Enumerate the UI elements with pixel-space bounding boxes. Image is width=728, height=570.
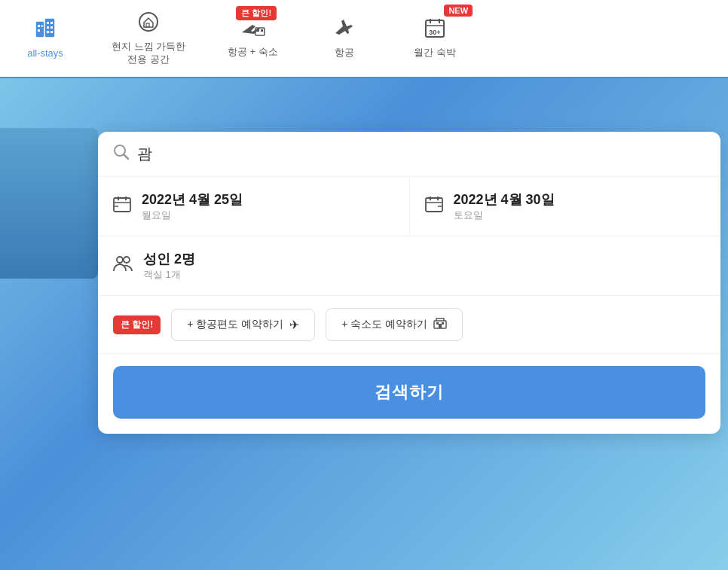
calendar-30-icon: 30+ xyxy=(424,17,446,42)
add-flight-label: + 항공편도 예약하기 xyxy=(187,318,283,331)
flight-btn-icon: ✈ xyxy=(289,318,299,332)
discount-badge: 큰 할인! xyxy=(236,6,277,20)
nav-label-flight: 항공 xyxy=(335,47,354,59)
nav-label-local-feel: 현지 느낌 가득한전용 공간 xyxy=(112,41,185,66)
flight-hotel-icon xyxy=(240,17,266,41)
date-row: 2022년 4월 25일 월요일 2022년 4월 30일 토요일 xyxy=(98,177,720,236)
checkin-box[interactable]: 2022년 4월 25일 월요일 xyxy=(98,177,410,236)
checkout-date: 2022년 4월 30일 xyxy=(454,191,555,209)
options-row: 큰 할인! + 항공편도 예약하기 ✈ + 숙소도 예약하기 xyxy=(98,296,720,354)
new-badge: NEW xyxy=(444,5,473,17)
checkin-day: 월요일 xyxy=(142,209,243,222)
svg-rect-9 xyxy=(47,31,49,33)
add-hotel-button[interactable]: + 숙소도 예약하기 xyxy=(326,308,463,341)
svg-line-22 xyxy=(124,155,129,160)
svg-rect-5 xyxy=(47,22,49,24)
nav-label-flight-hotel: 항공 + 숙소 xyxy=(228,46,278,59)
search-panel: 2022년 4월 25일 월요일 2022년 4월 30일 토요일 xyxy=(98,132,720,434)
checkout-info: 2022년 4월 30일 토요일 xyxy=(454,191,555,222)
options-discount-badge: 큰 할인! xyxy=(113,315,161,334)
svg-rect-2 xyxy=(38,25,40,27)
svg-rect-23 xyxy=(114,198,130,212)
svg-rect-3 xyxy=(38,29,40,32)
flight-icon xyxy=(333,17,356,42)
svg-rect-7 xyxy=(47,26,49,29)
home-icon xyxy=(137,11,160,36)
destination-input[interactable] xyxy=(137,145,705,163)
svg-rect-15 xyxy=(261,29,263,32)
nav-item-flight[interactable]: 항공 xyxy=(299,0,390,77)
guests-row[interactable]: 성인 2명 객실 1개 xyxy=(98,236,720,296)
checkin-date: 2022년 4월 25일 xyxy=(142,191,243,209)
svg-rect-1 xyxy=(45,19,54,37)
search-button[interactable]: 검색하기 xyxy=(113,366,705,419)
top-navigation: all-stays 현지 느낌 가득한전용 공간 큰 할인! 항공 + 숙소 xyxy=(0,0,728,78)
nav-item-flight-hotel[interactable]: 큰 할인! 항공 + 숙소 xyxy=(206,0,299,77)
guests-info: 성인 2명 객실 1개 xyxy=(143,250,195,282)
guests-adults: 성인 2명 xyxy=(143,250,195,268)
guests-rooms: 객실 1개 xyxy=(143,268,195,282)
svg-rect-14 xyxy=(257,29,259,32)
svg-rect-36 xyxy=(436,322,439,325)
add-flight-button[interactable]: + 항공편도 예약하기 ✈ xyxy=(171,309,315,341)
nav-label-monthly: 월간 숙박 xyxy=(414,47,456,59)
checkout-day: 토요일 xyxy=(454,209,555,222)
search-btn-row: 검색하기 xyxy=(98,354,720,434)
nav-label-all-stays: all-stays xyxy=(27,47,63,60)
svg-rect-38 xyxy=(439,324,442,328)
nav-item-local-feel[interactable]: 현지 느낌 가득한전용 공간 xyxy=(90,0,206,77)
svg-point-34 xyxy=(124,257,130,263)
checkin-icon xyxy=(113,196,131,217)
hotel-btn-icon xyxy=(433,317,447,332)
svg-rect-37 xyxy=(442,322,444,325)
svg-rect-4 xyxy=(41,25,43,27)
svg-rect-8 xyxy=(50,26,53,29)
guests-icon xyxy=(113,255,133,277)
svg-rect-10 xyxy=(50,31,53,33)
add-hotel-label: + 숙소도 예약하기 xyxy=(341,318,427,331)
checkout-icon xyxy=(425,196,443,217)
svg-rect-6 xyxy=(50,22,53,24)
svg-point-11 xyxy=(139,13,158,31)
svg-text:30+: 30+ xyxy=(429,29,440,36)
search-input-row xyxy=(98,132,720,177)
nav-item-all-stays[interactable]: all-stays xyxy=(0,0,90,78)
nav-item-monthly[interactable]: NEW 30+ 월간 숙박 xyxy=(390,0,480,77)
building-icon xyxy=(33,16,57,43)
checkin-info: 2022년 4월 25일 월요일 xyxy=(142,191,243,222)
hero-image xyxy=(0,128,98,279)
svg-rect-28 xyxy=(426,198,442,212)
search-icon xyxy=(113,144,130,164)
checkout-box[interactable]: 2022년 4월 30일 토요일 xyxy=(410,177,721,236)
svg-point-33 xyxy=(117,257,123,263)
